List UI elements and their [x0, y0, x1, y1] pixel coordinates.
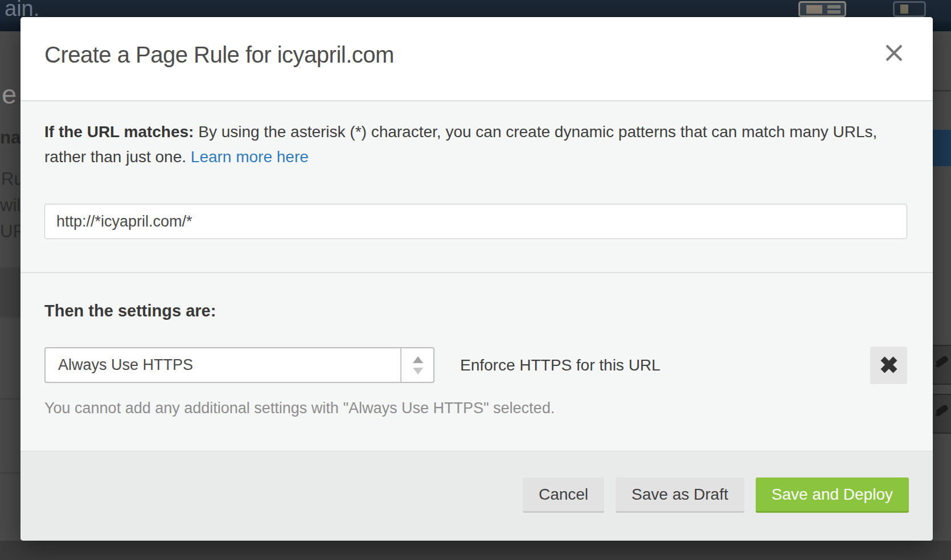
panel-block	[806, 5, 822, 14]
background-row-divider	[0, 472, 21, 473]
close-button[interactable]	[880, 40, 908, 67]
modal-title: Create a Page Rule for icyapril.com	[44, 42, 394, 68]
url-match-description: If the URL matches: By using the asteris…	[44, 120, 884, 170]
footer-buttons: Cancel Save as Draft Save and Deploy	[523, 477, 909, 513]
heavy-x-icon	[879, 368, 899, 376]
wrench-icon	[933, 355, 949, 369]
panel-bar	[827, 5, 841, 9]
background-row-divider	[933, 90, 951, 92]
window-icon	[893, 1, 926, 17]
modal-footer: Cancel Save as Draft Save and Deploy	[21, 451, 933, 541]
background-row-partial	[933, 345, 951, 385]
cancel-button[interactable]: Cancel	[523, 477, 604, 513]
close-icon	[882, 59, 907, 67]
setting-note: You cannot add any additional settings w…	[44, 400, 555, 417]
setting-select-value: Always Use HTTPS	[58, 348, 193, 382]
setting-select[interactable]: Always Use HTTPS	[44, 347, 434, 383]
url-match-label: If the URL matches:	[44, 123, 194, 141]
background-bottom-strip	[0, 541, 951, 560]
background-row-divider	[0, 398, 21, 400]
modal-body: If the URL matches: By using the asteris…	[21, 100, 933, 451]
arrow-down-icon	[413, 368, 423, 374]
screen: ain. e nav Ru will UR Create a Page Rule…	[0, 0, 951, 560]
wrench-icon	[933, 404, 949, 418]
background-table-band	[0, 267, 21, 318]
url-pattern-input[interactable]	[44, 204, 907, 239]
modal-header: Create a Page Rule for icyapril.com	[21, 17, 933, 100]
background-blue-button-partial	[933, 130, 951, 166]
save-as-draft-button[interactable]: Save as Draft	[616, 477, 744, 513]
up-down-arrows-icon[interactable]	[400, 348, 433, 382]
background-partial-text: e	[2, 79, 17, 110]
settings-heading: Then the settings are:	[44, 302, 216, 320]
layout-panels-icon	[798, 1, 846, 17]
window-block	[900, 5, 908, 14]
create-page-rule-modal: Create a Page Rule for icyapril.com If t…	[21, 17, 933, 541]
setting-description: Enforce HTTPS for this URL	[460, 347, 661, 383]
section-divider	[21, 272, 933, 273]
arrow-up-icon	[413, 356, 423, 363]
panel-bar	[827, 10, 841, 14]
save-and-deploy-button[interactable]: Save and Deploy	[756, 477, 909, 513]
remove-setting-button[interactable]	[870, 347, 907, 384]
learn-more-link[interactable]: Learn more here	[191, 148, 309, 166]
background-row-partial	[933, 394, 951, 434]
